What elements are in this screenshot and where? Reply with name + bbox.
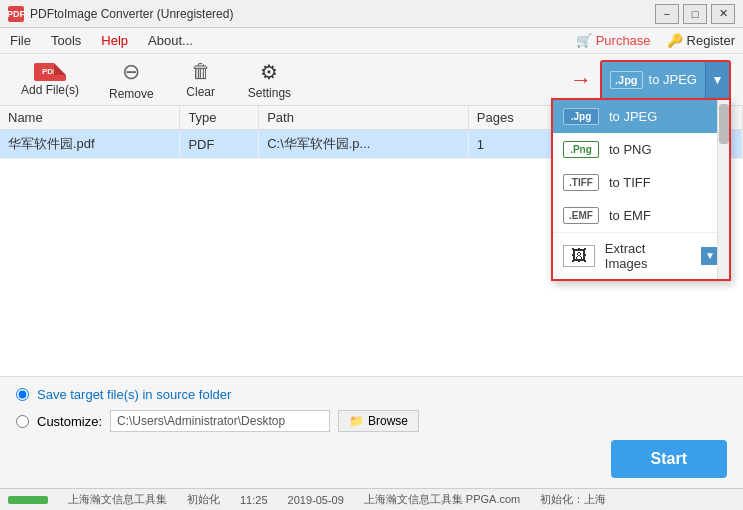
start-button[interactable]: Start	[611, 440, 727, 478]
format-label: to JPEG	[649, 72, 697, 87]
browse-label: Browse	[368, 414, 408, 428]
jpeg-label: to JPEG	[609, 109, 657, 124]
cart-icon: 🛒	[576, 33, 592, 48]
format-dropdown[interactable]: .Jpg to JPEG ▼ .Jpg to JPEG .Png to PNG …	[600, 60, 731, 100]
settings-label: Settings	[248, 86, 291, 100]
dropdown-item-png[interactable]: .Png to PNG	[553, 133, 729, 166]
status-date: 2019-05-09	[288, 494, 344, 506]
customize-path-input[interactable]	[110, 410, 330, 432]
status-text-4: 初始化：上海	[540, 492, 606, 507]
close-button[interactable]: ✕	[711, 4, 735, 24]
save-source-label: Save target file(s) in source folder	[37, 387, 231, 402]
menu-help[interactable]: Help	[91, 31, 138, 50]
bottom-area: Save target file(s) in source folder Cus…	[0, 376, 743, 488]
convert-arrow-icon: →	[570, 67, 592, 93]
customize-row: Customize: 📁 Browse	[16, 410, 727, 432]
bottom-row: Start	[16, 440, 727, 478]
extract-label: Extract Images	[605, 241, 691, 271]
status-text-3: 上海瀚文信息工具集 PPGA.com	[364, 492, 520, 507]
file-type: PDF	[180, 130, 259, 159]
file-pages: 1	[468, 130, 562, 159]
file-name: 华军软件园.pdf	[0, 130, 180, 159]
menu-bar: File Tools Help About... 🛒 Purchase 🔑 Re…	[0, 28, 743, 54]
file-path: C:\华军软件园.p...	[259, 130, 469, 159]
dropdown-item-tiff[interactable]: .TIFF to TIFF	[553, 166, 729, 199]
col-header-pages: Pages	[468, 106, 562, 130]
status-time: 11:25	[240, 494, 268, 506]
emf-badge: .EMF	[563, 207, 599, 224]
remove-label: Remove	[109, 87, 154, 101]
customize-label: Customize:	[37, 414, 102, 429]
add-files-label: Add File(s)	[21, 83, 79, 97]
folder-icon: 📁	[349, 414, 364, 428]
format-selected[interactable]: .Jpg to JPEG	[602, 62, 705, 98]
add-files-button[interactable]: PDF Add File(s)	[8, 58, 92, 102]
jpeg-badge: .Jpg	[563, 108, 599, 125]
col-header-type: Type	[180, 106, 259, 130]
col-header-name: Name	[0, 106, 180, 130]
status-text-2: 初始化	[187, 492, 220, 507]
save-options: Save target file(s) in source folder Cus…	[16, 387, 727, 432]
format-arrow-button[interactable]: ▼	[705, 62, 729, 98]
key-icon: 🔑	[667, 33, 683, 48]
save-source-row: Save target file(s) in source folder	[16, 387, 727, 402]
remove-icon: ⊖	[122, 59, 140, 85]
menu-file[interactable]: File	[0, 31, 41, 50]
purchase-button[interactable]: 🛒 Purchase	[568, 31, 659, 50]
dropdown-item-emf[interactable]: .EMF to EMF	[553, 199, 729, 232]
dropdown-item-jpeg[interactable]: .Jpg to JPEG	[553, 100, 729, 133]
purchase-label: Purchase	[596, 33, 651, 48]
gear-icon: ⚙	[260, 60, 278, 84]
format-dropdown-popup: .Jpg to JPEG .Png to PNG .TIFF to TIFF .…	[551, 98, 731, 281]
remove-button[interactable]: ⊖ Remove	[96, 58, 167, 102]
menu-about[interactable]: About...	[138, 31, 203, 50]
title-bar: PDF PDFtoImage Converter (Unregistered) …	[0, 0, 743, 28]
clear-label: Clear	[186, 85, 215, 99]
register-button[interactable]: 🔑 Register	[659, 31, 743, 50]
tiff-label: to TIFF	[609, 175, 651, 190]
dropdown-item-extract[interactable]: 🖼 Extract Images ▼	[553, 232, 729, 279]
menu-tools[interactable]: Tools	[41, 31, 91, 50]
png-label: to PNG	[609, 142, 652, 157]
dropdown-scrollbar[interactable]	[717, 100, 729, 279]
minimize-button[interactable]: −	[655, 4, 679, 24]
extract-icon: 🖼	[563, 245, 595, 267]
trash-icon: 🗑	[191, 60, 211, 83]
maximize-button[interactable]: □	[683, 4, 707, 24]
browse-button[interactable]: 📁 Browse	[338, 410, 419, 432]
pdf-icon: PDF	[34, 63, 66, 81]
png-badge: .Png	[563, 141, 599, 158]
register-label: Register	[687, 33, 735, 48]
title-bar-text: PDFtoImage Converter (Unregistered)	[30, 7, 655, 21]
status-progress	[8, 496, 48, 504]
emf-label: to EMF	[609, 208, 651, 223]
col-header-path: Path	[259, 106, 469, 130]
settings-button[interactable]: ⚙ Settings	[235, 58, 304, 102]
customize-radio[interactable]	[16, 415, 29, 428]
status-bar: 上海瀚文信息工具集 初始化 11:25 2019-05-09 上海瀚文信息工具集…	[0, 488, 743, 510]
tiff-badge: .TIFF	[563, 174, 599, 191]
app-icon: PDF	[8, 6, 24, 22]
clear-button[interactable]: 🗑 Clear	[171, 58, 231, 102]
toolbar: PDF Add File(s) ⊖ Remove 🗑 Clear ⚙ Setti…	[0, 54, 743, 106]
format-badge: .Jpg	[610, 71, 643, 89]
status-text-1: 上海瀚文信息工具集	[68, 492, 167, 507]
title-bar-controls: − □ ✕	[655, 4, 735, 24]
scroll-thumb	[719, 104, 729, 144]
save-source-radio[interactable]	[16, 388, 29, 401]
